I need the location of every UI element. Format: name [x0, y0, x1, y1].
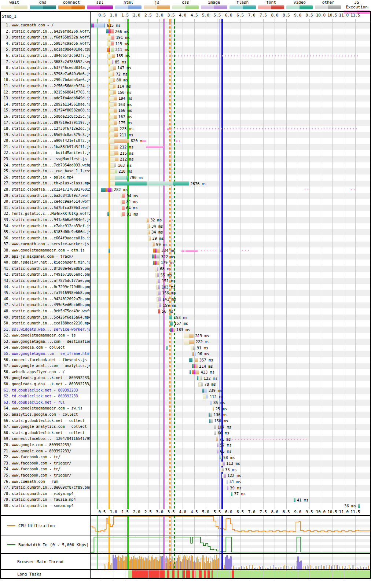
request-bar-segment — [114, 96, 117, 100]
request-row-label[interactable]: 61.td.doubleclick.net - 809392233 — [1, 387, 90, 394]
bw-plot-line — [91, 537, 370, 552]
js-execution-dots — [351, 189, 356, 190]
event-marker-line — [163, 536, 165, 553]
gridline — [102, 570, 102, 578]
request-duration-label: 334 ms — [161, 247, 175, 254]
main-thread-activity-bar — [304, 566, 304, 569]
request-row-label: 9.static.qumath.in...3798e7a649a9d6.js — [1, 71, 90, 77]
request-url[interactable]: ssl.widgets.web... service-worker.js — [12, 327, 90, 331]
gridline — [114, 22, 114, 509]
request-bar-segment — [122, 212, 125, 216]
main-thread-activity-bar — [321, 565, 322, 569]
request-bar-segment — [107, 41, 111, 46]
request-bar-segment — [122, 206, 125, 210]
request-duration-label: 115 ms — [115, 41, 129, 47]
main-thread-activity-bar — [320, 566, 320, 569]
request-bar-segment — [173, 328, 175, 332]
request-url: static.qumath.in...7cb7954ad093.webp — [12, 163, 90, 167]
request-number: 49. — [1, 315, 10, 321]
request-bar-segment — [111, 29, 114, 33]
main-thread-activity-bar — [267, 568, 268, 569]
request-number: 43. — [1, 278, 10, 284]
long-task-band — [186, 570, 190, 578]
request-bar-segment — [213, 407, 214, 411]
axis-tick-label: 8.5 — [283, 510, 290, 514]
request-bar-segment — [113, 72, 114, 76]
request-url[interactable]: td.doubleclick.net - 809392233 — [12, 394, 78, 398]
main-thread-activity-bar — [284, 565, 285, 569]
main-thread-activity-bar — [280, 567, 280, 569]
request-row-label: 36.static.qumath.in...e664f9aacca01b.js — [1, 235, 90, 242]
request-url: static.qumath.in...5c426f6e15a64.mp4 — [12, 315, 90, 319]
request-bar-segment — [158, 285, 160, 289]
long-task-band — [232, 570, 234, 578]
request-number: 3. — [1, 34, 10, 41]
request-bar-segment — [147, 181, 173, 185]
request-duration-label: 33 ms — [225, 467, 237, 473]
request-row-label[interactable]: 51.ssl.widgets.web... service-worker.js — [1, 327, 90, 333]
request-bar-segment — [115, 169, 117, 173]
request-bar-segment — [109, 127, 115, 132]
request-label-column: 1.www.cuemath.com - /2.static.qumath.in.… — [1, 22, 91, 509]
request-bar-segment — [148, 224, 150, 228]
main-thread-activity-bar — [339, 566, 340, 569]
legend-item-connect: connect — [57, 0, 86, 11]
gridline — [137, 22, 137, 509]
request-duration-label: 266 ms — [115, 29, 129, 35]
request-number: 59. — [1, 375, 10, 381]
request-duration-label: 136 ms — [214, 412, 228, 418]
legend-item-image: image — [200, 0, 228, 11]
request-duration-label: 156 ms — [162, 290, 176, 296]
request-url[interactable]: www.googletagma...m - sw_iframe.html — [12, 352, 90, 356]
request-url: static.qumath.in...5d7bfca359b3.woff — [12, 206, 90, 210]
request-duration-label: 57 ms — [220, 442, 232, 448]
request-duration-label: 122 ms — [227, 473, 241, 479]
request-row-label: 44.static.qumath.in...0c7299ef79d8b.png — [1, 284, 90, 290]
waterfall-table: Step_1 0.51.01.52.02.53.03.54.04.55.05.5… — [0, 11, 371, 579]
axis-tick-label: 5.5 — [213, 510, 221, 514]
gridline — [344, 570, 344, 578]
request-duration-label: 29 ms — [153, 235, 164, 242]
request-url: static.qumath.in...af7875dc177ae.png — [12, 279, 90, 283]
gridline — [114, 570, 114, 578]
long-task-band — [167, 570, 169, 578]
axis-tick-label: 3.0 — [156, 13, 163, 18]
request-number: 52. — [1, 332, 10, 339]
request-url: static.qumath.in...637746cedd834a.js — [12, 66, 90, 70]
request-row-label: 21.static.qumath.in...1ba88fb97d3f11.js — [1, 144, 90, 150]
request-url: connect.facebook.net - fbevents.js — [12, 358, 87, 362]
bandwidth-section-label: Bandwidth In (0 - 5,000 Kbps) — [18, 543, 89, 547]
cpu-section-label: CPU Utilization — [18, 523, 55, 528]
request-bar-segment — [94, 23, 104, 27]
request-url[interactable]: td.doubleclick.net - 809392233 — [12, 388, 78, 392]
request-url: static.qumath.in...9424012092a7b.png — [12, 297, 90, 301]
request-url: static.qumath.in...12f30f6712e2dc.js — [12, 126, 90, 131]
legend-swatch — [1, 5, 27, 9]
js-execution-bar — [176, 140, 177, 142]
axis-tick — [309, 19, 310, 22]
request-url: static.qumath.in - fauzia.mp4 — [12, 497, 76, 501]
request-duration-label: 163 ms — [118, 102, 132, 108]
gridline — [148, 22, 148, 509]
request-url: static.cloudfla...2c1241717689176015 — [12, 187, 90, 191]
request-bar-segment — [201, 382, 203, 386]
request-url: api-js.mixpanel.com - track/ — [12, 254, 74, 258]
gridline — [355, 570, 356, 578]
request-url[interactable]: td.doubleclick.net - rul — [12, 400, 65, 404]
request-bar-segment — [111, 41, 114, 45]
gridline — [125, 570, 125, 578]
request-row-label[interactable]: 55.www.googletagma...m - sw_iframe.html — [1, 351, 90, 357]
main-thread-activity-bar — [323, 566, 324, 569]
request-row-label[interactable]: 62.td.doubleclick.net - 809392233 — [1, 393, 90, 400]
legend-item-dns: dns — [29, 0, 57, 11]
request-bar-segment — [107, 188, 111, 192]
request-bar-segment — [114, 127, 118, 131]
request-row-label: 1.www.cuemath.com - / — [1, 22, 90, 29]
request-row-label[interactable]: 63.td.doubleclick.net - rul — [1, 400, 90, 406]
request-url: www.googletagma....com - destination — [12, 339, 90, 343]
main-thread-activity-bar — [256, 567, 256, 569]
request-number: 32. — [1, 211, 10, 217]
legend-label: font — [257, 0, 286, 5]
event-marker-line — [109, 22, 110, 509]
request-bar-segment — [158, 279, 160, 283]
